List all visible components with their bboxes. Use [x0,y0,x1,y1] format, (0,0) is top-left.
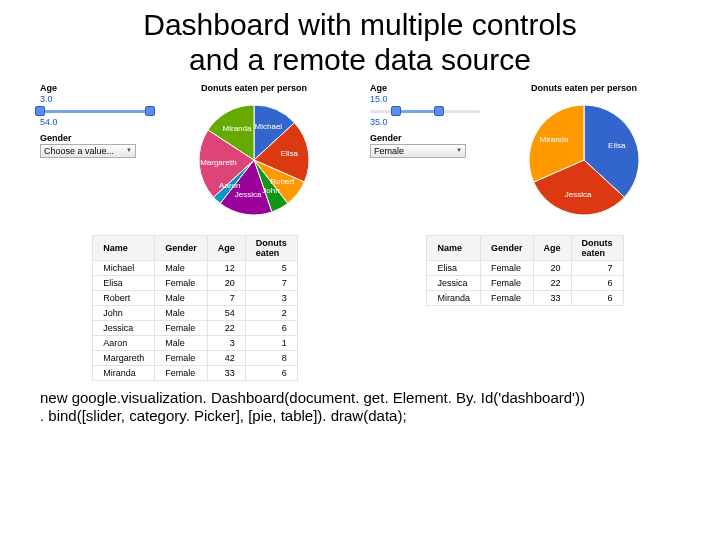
gender-select[interactable]: Choose a value... [40,144,136,158]
table-cell: 20 [533,261,571,276]
table-row: MirandaFemale336 [427,291,623,306]
table-cell: Jessica [93,321,155,336]
table-cell: John [93,306,155,321]
table-cell: 54 [207,306,245,321]
table-header: Gender [155,236,208,261]
pie-slice-label: Jessica [565,190,592,199]
table-row: ElisaFemale207 [93,276,298,291]
dashboard-right: Age 15.0 35.0 Gender Female [370,83,680,381]
slider-max-value: 35.0 [370,117,480,128]
slider-handle-max[interactable] [434,106,444,116]
table-cell: Male [155,306,208,321]
age-slider[interactable]: 3.0 54.0 [40,94,150,129]
table-cell: Miranda [93,366,155,381]
table-cell: 2 [245,306,297,321]
table-header: Age [533,236,571,261]
table-row: JessicaFemale226 [427,276,623,291]
pie-slice-label: Aaron [219,181,240,190]
slider-min-value: 15.0 [370,94,480,105]
table-cell: Jessica [427,276,481,291]
table-cell: 20 [207,276,245,291]
table-cell: Aaron [93,336,155,351]
data-table: NameGenderAgeDonutseatenElisaFemale207Je… [426,235,623,306]
pie-chart-title: Donuts eaten per person [531,83,637,93]
pie-slice-label: Elisa [281,149,298,158]
dashboard-left: Age 3.0 54.0 Gender Choose a value. [40,83,350,381]
age-label: Age [370,83,480,93]
table-header: Age [207,236,245,261]
pie-chart: ElisaJessicaMiranda [519,95,649,225]
table-row: ElisaFemale207 [427,261,623,276]
table-header: Gender [480,236,533,261]
slider-handle-min[interactable] [35,106,45,116]
table-cell: Female [480,261,533,276]
table-cell: Female [155,321,208,336]
pie-slice-label: Elisa [608,141,625,150]
table-row: MirandaFemale336 [93,366,298,381]
table-cell: Male [155,291,208,306]
table-row: AaronMale31 [93,336,298,351]
pie-slice-label: Michael [255,122,283,131]
slider-handle-min[interactable] [391,106,401,116]
table-cell: Female [155,276,208,291]
table-cell: Female [480,276,533,291]
table-cell: Female [480,291,533,306]
slide-title: Dashboard with multiple controls and a r… [40,8,680,77]
table-header: Name [93,236,155,261]
table-row: JohnMale542 [93,306,298,321]
slider-min-value: 3.0 [40,94,150,105]
table-cell: Elisa [93,276,155,291]
table-cell: Robert [93,291,155,306]
gender-label: Gender [370,133,480,143]
table-cell: 5 [245,261,297,276]
table-cell: 6 [571,276,623,291]
pie-slice-label: John [262,186,279,195]
table-header: Donutseaten [245,236,297,261]
table-cell: 6 [245,366,297,381]
gender-select-value: Choose a value... [44,146,114,156]
slider-max-value: 54.0 [40,117,150,128]
table-header: Name [427,236,481,261]
table-cell: Michael [93,261,155,276]
table-cell: 7 [245,276,297,291]
gender-label: Gender [40,133,150,143]
age-slider[interactable]: 15.0 35.0 [370,94,480,129]
table-cell: 22 [207,321,245,336]
table-cell: Margareth [93,351,155,366]
table-cell: 6 [571,291,623,306]
table-cell: 42 [207,351,245,366]
table-cell: 33 [533,291,571,306]
pie-slice-label: Miranda [540,135,569,144]
data-table: NameGenderAgeDonutseatenMichaelMale125El… [92,235,298,381]
table-cell: 3 [245,291,297,306]
table-row: MargarethFemale428 [93,351,298,366]
table-cell: 3 [207,336,245,351]
pie-slice-label: Miranda [223,124,252,133]
table-cell: 22 [533,276,571,291]
table-cell: Male [155,261,208,276]
table-row: RobertMale73 [93,291,298,306]
table-cell: Female [155,351,208,366]
table-cell: 1 [245,336,297,351]
table-cell: 7 [571,261,623,276]
pie-slice-label: Robert [270,177,294,186]
table-header: Donutseaten [571,236,623,261]
age-label: Age [40,83,150,93]
table-cell: 7 [207,291,245,306]
table-cell: 8 [245,351,297,366]
table-cell: 12 [207,261,245,276]
pie-slice-label: Margareth [200,158,236,167]
pie-chart-title: Donuts eaten per person [201,83,307,93]
table-row: JessicaFemale226 [93,321,298,336]
pie-chart: MichaelElisaRobertJohnJessicaAaronMargar… [189,95,319,225]
gender-select[interactable]: Female [370,144,466,158]
slider-handle-max[interactable] [145,106,155,116]
table-cell: 33 [207,366,245,381]
gender-select-value: Female [374,146,404,156]
pie-slice-label: Jessica [235,190,262,199]
table-cell: Female [155,366,208,381]
table-cell: Miranda [427,291,481,306]
table-row: MichaelMale125 [93,261,298,276]
table-cell: Male [155,336,208,351]
table-cell: Elisa [427,261,481,276]
